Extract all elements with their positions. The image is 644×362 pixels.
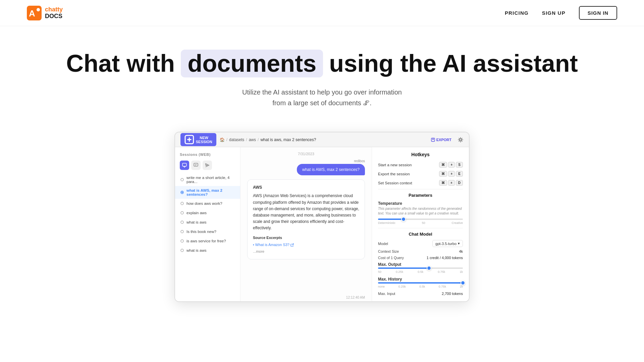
panel-divider-2 [378,228,463,228]
external-link-icon [290,243,294,247]
session-dot-icon [180,210,184,215]
parameters-section: Parameters Temperature This parameter af… [378,193,463,225]
max-history-track [378,282,463,284]
logo-chatty-text: chatty [45,6,63,13]
session-dot-icon [180,239,184,243]
hero-subtitle-line1: Utilize the AI assistant to help you go … [242,88,402,96]
key-cmd: ⌘ [439,180,447,186]
signin-button[interactable]: SIGN IN [579,6,617,20]
model-chevron-icon: ▾ [458,241,460,246]
session-icon-chat[interactable] [180,161,189,170]
more-link[interactable]: ...more [253,249,359,255]
session-dot-icon [180,248,184,253]
cost-row: Cost of 1 Query 1 credit / 4,000 tokens [378,256,463,260]
max-input-row: Max. Input 2,700 tokens [378,292,463,296]
max-history-slider[interactable] [378,282,463,284]
session-dot-icon [180,220,184,225]
session-item[interactable]: Is this book new? [175,227,240,236]
temp-label-mid: 50 [422,221,425,225]
breadcrumb-aws[interactable]: aws [249,137,256,142]
hotkey-export-keys: ⌘ + E [439,171,463,177]
nav-signup[interactable]: SIGN UP [542,10,566,16]
max-output-thumb [427,266,431,270]
chat-timestamp: 12:12:40 AM [240,294,372,301]
svg-point-19 [181,230,183,233]
temperature-fill [378,219,404,220]
key-s: S [456,162,463,168]
hotkey-export-label: Export the session [378,172,410,176]
hotkey-context: Set Session context ⌘ + D [378,180,463,186]
key-cmd: ⌘ [439,171,447,177]
session-icon-send[interactable] [203,161,212,170]
hotkey-new-session-keys: ⌘ + S [439,162,463,168]
session-item[interactable]: is aws service for free? [175,236,240,246]
temperature-slider[interactable] [378,219,463,220]
source-link[interactable]: • What is Amazon S3? [253,242,359,248]
hotkey-context-keys: ⌘ + D [439,180,463,186]
session-item[interactable]: how does aws work? [175,199,240,208]
hero-subtitle: Utilize the AI assistant to help you go … [13,87,631,108]
breadcrumb-bar: 🏠 / datasets / aws / what is aws, max 2 … [220,137,428,142]
session-item[interactable]: what is aws [175,246,240,255]
breadcrumb-datasets[interactable]: datasets [229,137,244,142]
temperature-labels: Deterministic 50 Creative [378,221,463,225]
max-history-labels: none 0.25k 0.5k 0.75k 1k [378,285,463,288]
logo[interactable]: A chatty DOCS [27,6,63,20]
max-history-label: Max. History [378,277,463,282]
chat-messages: redibos what is AWS, max 2 sentences? AW… [240,159,372,294]
user-name: redibos [297,159,365,163]
export-button[interactable]: EXPORT [431,138,451,142]
svg-point-16 [181,202,183,205]
temperature-label: Temperature [378,201,463,206]
svg-point-13 [181,178,183,181]
hotkeys-panel: Hotkeys Start a new session ⌘ + S Export… [372,147,469,301]
model-select[interactable]: gpt-3.5-turbo ▾ [432,240,463,247]
hero-title-after: using the AI assistant [329,50,578,77]
mockup-topbar: NEW SESSION 🏠 / datasets / aws / what is… [175,132,469,147]
comment-icon [194,163,198,168]
nav-pricing[interactable]: PRICING [505,10,529,16]
svg-point-15 [181,192,183,193]
hotkeys-title: Hotkeys [378,152,463,157]
session-item[interactable]: what is aws [175,218,240,227]
max-output-labels: 50 0.25k 0.5k 0.75k 1k [378,270,463,274]
source-link-text: What is Amazon S3? [255,242,289,248]
user-bubble: what is AWS, max 2 sentences? [297,164,365,175]
new-session-label: NEW SESSION [196,136,212,144]
settings-icon[interactable] [458,137,464,143]
new-session-icon [184,135,194,144]
model-row: Model gpt-3.5-turbo ▾ [378,240,463,247]
chat-icon [182,163,187,168]
source-excerpts-label: Source Excerpts [253,235,359,241]
app-mockup: NEW SESSION 🏠 / datasets / aws / what is… [174,132,470,302]
session-icon-comment[interactable] [191,161,201,170]
max-output-slider[interactable] [378,267,463,269]
temperature-desc: This parameter affects the randomness of… [378,206,463,216]
home-icon[interactable]: 🏠 [220,137,225,142]
ai-response-card: AWS AWS (Amazon Web Services) is a compr… [247,179,365,259]
session-icons [175,159,240,173]
user-message-row: redibos what is AWS, max 2 sentences? [247,159,365,175]
svg-point-17 [181,212,183,214]
new-session-button[interactable]: NEW SESSION [180,133,216,146]
hero-title-before: Chat with [66,50,175,77]
max-output-fill [378,267,429,269]
logo-icon: A [27,6,42,20]
svg-point-8 [460,139,462,141]
chat-model-title: Chat Model [378,232,463,237]
session-item[interactable]: explain aws [175,208,240,218]
session-item-active[interactable]: what is AWS, max 2 sentences? [175,186,240,199]
send-icon [205,163,210,168]
svg-point-2 [37,8,40,11]
hotkey-new-session-label: Start a new session [378,163,412,167]
navbar: A chatty DOCS PRICING SIGN UP SIGN IN [0,0,644,26]
key-plus: + [448,162,455,168]
session-item[interactable]: write me a short article, 4 para... [175,173,240,186]
max-output-track [378,267,463,269]
hotkey-context-label: Set Session context [378,181,412,185]
svg-text:A: A [29,8,35,18]
svg-point-21 [181,249,183,252]
user-message-block: redibos what is AWS, max 2 sentences? [297,159,365,175]
hotkey-new-session: Start a new session ⌘ + S [378,162,463,168]
hero-title: Chat with documents using the AI assista… [13,50,631,77]
